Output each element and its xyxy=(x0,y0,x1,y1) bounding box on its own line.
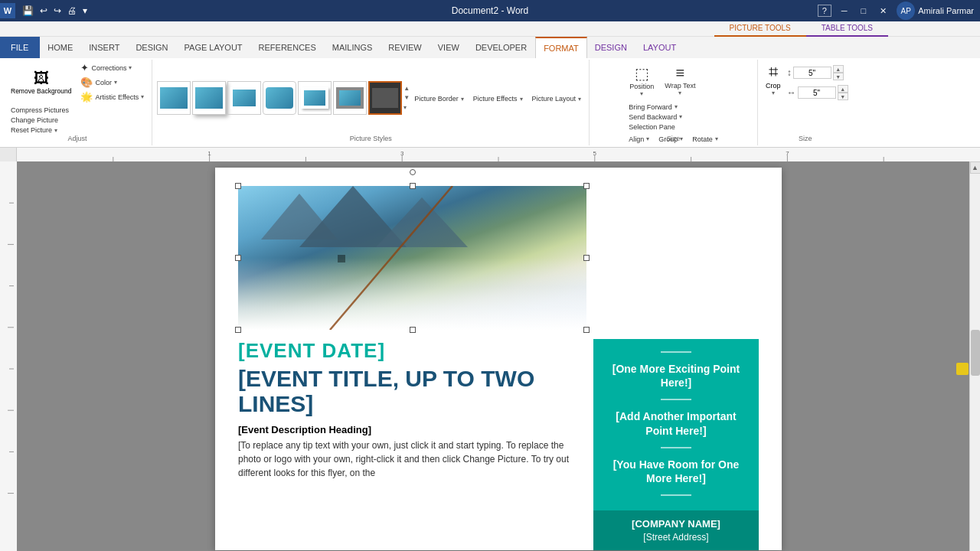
image-container[interactable] xyxy=(238,186,586,330)
handle-bottom-middle[interactable] xyxy=(410,327,416,333)
reset-picture-button[interactable]: Reset Picture ▾ xyxy=(8,126,72,135)
rotate-button[interactable]: Rotate ▾ xyxy=(689,135,721,144)
picture-style-5[interactable] xyxy=(298,81,332,115)
scroll-thumb[interactable] xyxy=(971,330,980,376)
selection-pane-button[interactable]: Selection Pane xyxy=(626,122,685,132)
picture-effects-button[interactable]: Picture Effects ▾ xyxy=(470,94,526,103)
color-arrow: ▾ xyxy=(114,79,117,86)
tab-table-design[interactable]: DESIGN xyxy=(587,37,635,58)
height-input[interactable] xyxy=(793,67,831,79)
picture-border-label: Picture Border xyxy=(414,95,459,103)
picture-style-2[interactable] xyxy=(192,81,226,115)
ruler-area: 1 3 5 7 xyxy=(0,148,980,161)
position-icon: ⬚ xyxy=(635,64,649,83)
undo-quick-btn[interactable]: ↩ xyxy=(38,4,50,18)
scroll-up-button[interactable]: ▲ xyxy=(970,161,981,174)
document-scroll-area[interactable]: [EVENT DATE] [EVENT TITLE, UP TO TWO LIN… xyxy=(17,161,980,551)
handle-middle-right[interactable] xyxy=(583,255,590,261)
save-quick-btn[interactable]: 💾 xyxy=(20,4,36,18)
compress-pictures-button[interactable]: Compress Pictures xyxy=(8,106,72,115)
help-button[interactable]: ? xyxy=(818,5,831,17)
print-quick-btn[interactable]: 🖨 xyxy=(65,4,79,18)
width-spinner: ▲ ▼ xyxy=(838,85,848,100)
tab-format[interactable]: FORMAT xyxy=(535,37,587,58)
handle-top-middle[interactable] xyxy=(410,183,416,189)
picture-style-6[interactable] xyxy=(333,81,367,115)
color-button[interactable]: 🎨 Color ▾ xyxy=(77,76,147,89)
corrections-button[interactable]: ✦ Corrections ▾ xyxy=(77,61,147,74)
styles-expand[interactable]: ▾ xyxy=(403,103,410,112)
handle-bottom-right[interactable] xyxy=(583,327,590,333)
snow-overlay xyxy=(238,258,586,330)
change-picture-button[interactable]: Change Picture xyxy=(8,116,72,125)
tab-home[interactable]: HOME xyxy=(40,37,81,58)
tab-review[interactable]: REVIEW xyxy=(381,37,430,58)
teal-point-3[interactable]: [You Have Room for One More Here!] xyxy=(604,458,748,485)
quick-access-toolbar: 💾 ↩ ↪ 🖨 ▾ xyxy=(20,4,90,18)
teal-point-1[interactable]: [One More Exciting Point Here!] xyxy=(604,362,748,390)
handle-bottom-left[interactable] xyxy=(235,327,241,333)
remove-background-button[interactable]: 🖼 Remove Background xyxy=(8,68,74,97)
handle-top-right[interactable] xyxy=(583,183,590,189)
teal-point-2[interactable]: [Add Another Important Point Here!] xyxy=(604,409,748,437)
event-date[interactable]: [EVENT DATE] xyxy=(238,339,584,363)
handle-top-left[interactable] xyxy=(235,183,241,189)
height-spin-down[interactable]: ▼ xyxy=(833,73,844,80)
redo-quick-btn[interactable]: ↪ xyxy=(51,4,64,18)
styles-scroll-up[interactable]: ▲ xyxy=(403,84,410,93)
width-input[interactable] xyxy=(798,86,836,99)
artistic-effects-button[interactable]: 🌟 Artistic Effects ▾ xyxy=(77,90,147,103)
scrollbar-vertical: ▲ ▼ xyxy=(969,161,980,551)
customize-quick-btn[interactable]: ▾ xyxy=(80,4,90,18)
styles-scroll-down[interactable]: ▼ xyxy=(403,93,410,102)
width-spin-up[interactable]: ▲ xyxy=(838,85,848,93)
arrange-group: ⬚ Position ▾ ≡ Wrap Text ▾ Bring Forward… xyxy=(590,60,758,145)
rotate-label: Rotate xyxy=(692,135,713,143)
document-area: [EVENT DATE] [EVENT TITLE, UP TO TWO LIN… xyxy=(0,161,980,551)
event-title[interactable]: [EVENT TITLE, UP TO TWO LINES] xyxy=(238,366,584,416)
ribbon-tabs: FILE HOME INSERT DESIGN PAGE LAYOUT REFE… xyxy=(0,37,980,58)
tab-view[interactable]: VIEW xyxy=(430,37,468,58)
teal-divider-1 xyxy=(661,351,691,353)
handle-rotate[interactable] xyxy=(410,169,416,175)
user-area: AP Amirali Parmar xyxy=(897,2,974,20)
event-desc-heading[interactable]: [Event Description Heading] xyxy=(238,424,584,435)
arrange-content: ⬚ Position ▾ ≡ Wrap Text ▾ Bring Forward… xyxy=(626,61,721,144)
scroll-track[interactable] xyxy=(970,174,981,551)
tab-mailings[interactable]: MAILINGS xyxy=(325,37,381,58)
picture-style-4[interactable] xyxy=(263,81,296,115)
align-button[interactable]: Align ▾ xyxy=(626,135,652,144)
bring-forward-button[interactable]: Bring Forward ▾ xyxy=(626,103,685,112)
tab-design[interactable]: DESIGN xyxy=(128,37,176,58)
wrap-text-button[interactable]: ≡ Wrap Text ▾ xyxy=(661,62,699,99)
adjust-label: Adjust xyxy=(68,135,87,144)
picture-style-3[interactable] xyxy=(227,81,261,115)
picture-border-button[interactable]: Picture Border ▾ xyxy=(411,94,467,103)
event-desc-body[interactable]: [To replace any tip text with your own, … xyxy=(238,439,584,480)
tab-developer[interactable]: DEVELOPER xyxy=(468,37,535,58)
svg-text:1: 1 xyxy=(207,150,211,157)
tab-file[interactable]: FILE xyxy=(0,37,40,58)
tab-references[interactable]: REFERENCES xyxy=(251,37,325,58)
width-spin-down[interactable]: ▼ xyxy=(838,93,848,100)
crop-button[interactable]: ⌗ Crop ▾ xyxy=(763,61,784,99)
picture-style-7[interactable] xyxy=(368,81,402,115)
word-icon: W xyxy=(0,3,15,18)
position-button[interactable]: ⬚ Position ▾ xyxy=(626,62,658,99)
tab-table-layout[interactable]: LAYOUT xyxy=(635,37,684,58)
tab-page-layout[interactable]: PAGE LAYOUT xyxy=(177,37,251,58)
size-label: Size xyxy=(799,135,812,144)
company-name[interactable]: [COMPANY NAME] xyxy=(604,518,748,530)
crop-content: ⌗ Crop ▾ ↕ ▲ ▼ ↔ ▲ xyxy=(763,61,848,135)
street-address[interactable]: [Street Address] xyxy=(604,532,748,543)
picture-layout-button[interactable]: Picture Layout ▾ xyxy=(529,94,585,103)
tab-insert[interactable]: INSERT xyxy=(81,37,128,58)
send-backward-button[interactable]: Send Backward ▾ xyxy=(626,112,685,122)
maximize-button[interactable]: □ xyxy=(858,5,871,17)
picture-style-1[interactable] xyxy=(157,81,191,115)
minimize-button[interactable]: ─ xyxy=(838,5,851,17)
height-spin-up[interactable]: ▲ xyxy=(833,65,844,73)
table-tools-label: TABLE TOOLS xyxy=(806,21,888,37)
close-button[interactable]: ✕ xyxy=(876,5,890,18)
handle-middle-left[interactable] xyxy=(235,255,241,261)
